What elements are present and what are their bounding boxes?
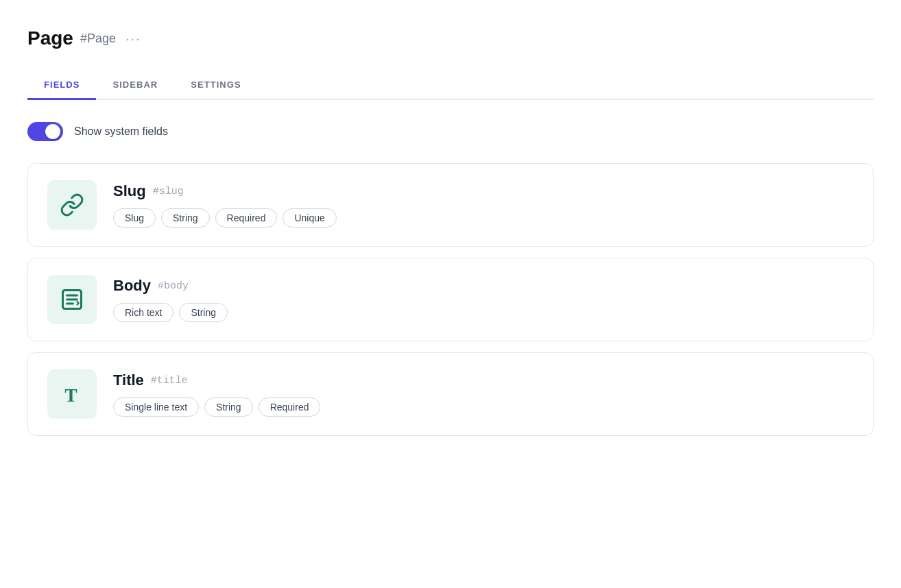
slug-name-row: Slug #slug bbox=[113, 182, 337, 200]
slug-tags: Slug String Required Unique bbox=[113, 208, 337, 228]
tag-required: Required bbox=[215, 208, 278, 228]
body-tags: Rich text String bbox=[113, 303, 228, 322]
title-field-hash: #title bbox=[151, 375, 188, 387]
body-field-hash: #body bbox=[158, 280, 189, 292]
field-card-body[interactable]: Body #body Rich text String bbox=[27, 258, 874, 341]
field-card-title[interactable]: T Title #title Single line text String R… bbox=[27, 352, 874, 436]
tab-sidebar[interactable]: SIDEBAR bbox=[96, 71, 174, 100]
title-icon: T bbox=[60, 382, 84, 406]
title-field-info: Title #title Single line text String Req… bbox=[113, 371, 320, 417]
slug-field-hash: #slug bbox=[153, 186, 184, 197]
tab-fields[interactable]: FIELDS bbox=[27, 71, 96, 100]
page-hash: #Page bbox=[80, 32, 116, 46]
page-header: Page #Page ··· bbox=[27, 27, 874, 49]
tabs-bar: FIELDS SIDEBAR SETTINGS bbox=[27, 71, 874, 100]
tag-string: String bbox=[161, 208, 210, 228]
tag-string: String bbox=[204, 397, 253, 417]
tag-rich-text: Rich text bbox=[113, 303, 173, 322]
slug-field-name: Slug bbox=[113, 182, 146, 200]
show-system-fields-row: Show system fields bbox=[27, 122, 874, 141]
body-field-info: Body #body Rich text String bbox=[113, 277, 228, 322]
body-icon-box bbox=[47, 275, 97, 324]
svg-text:T: T bbox=[65, 385, 77, 406]
toggle-track bbox=[27, 122, 63, 141]
tag-slug: Slug bbox=[113, 208, 156, 228]
tag-unique: Unique bbox=[283, 208, 336, 228]
tag-required: Required bbox=[259, 397, 321, 417]
rich-text-icon bbox=[60, 287, 84, 312]
slug-field-info: Slug #slug Slug String Required Unique bbox=[113, 182, 337, 228]
tag-single-line-text: Single line text bbox=[113, 397, 199, 417]
title-tags: Single line text String Required bbox=[113, 397, 320, 417]
fields-list: Slug #slug Slug String Required Unique B… bbox=[27, 163, 874, 436]
tag-string: String bbox=[179, 303, 228, 322]
tab-settings[interactable]: SETTINGS bbox=[174, 71, 257, 100]
title-icon-box: T bbox=[47, 369, 97, 419]
show-system-fields-toggle[interactable] bbox=[27, 122, 63, 141]
toggle-label: Show system fields bbox=[74, 125, 168, 138]
field-card-slug[interactable]: Slug #slug Slug String Required Unique bbox=[27, 163, 874, 247]
page-title: Page bbox=[27, 27, 73, 49]
body-field-name: Body bbox=[113, 277, 151, 295]
more-options-icon[interactable]: ··· bbox=[125, 31, 141, 47]
slug-icon-box bbox=[47, 180, 97, 230]
title-field-name: Title bbox=[113, 371, 144, 389]
toggle-thumb bbox=[45, 124, 60, 139]
slug-icon bbox=[60, 193, 84, 217]
title-name-row: Title #title bbox=[113, 371, 320, 389]
body-name-row: Body #body bbox=[113, 277, 228, 295]
